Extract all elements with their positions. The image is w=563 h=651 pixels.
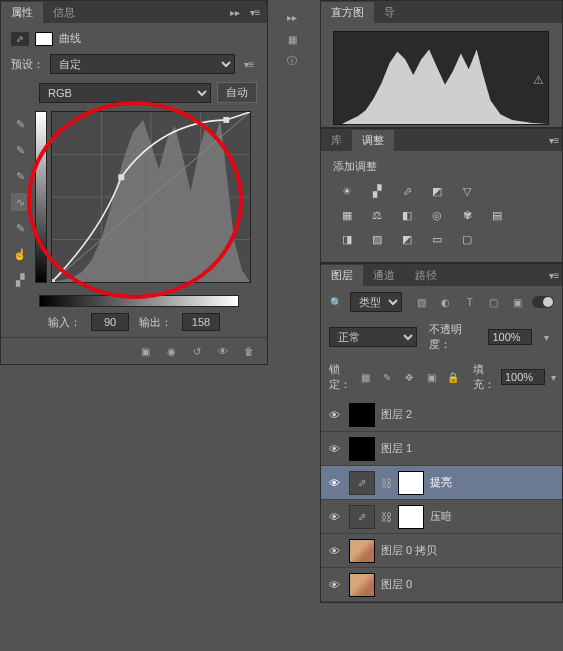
mask-thumbnail[interactable]	[398, 505, 424, 529]
tab-channels[interactable]: 通道	[363, 265, 405, 286]
view-previous-icon[interactable]: ◉	[163, 344, 179, 358]
curve-draw-tool-icon[interactable]: ✎	[11, 219, 29, 237]
layer-thumbnail[interactable]	[349, 403, 375, 427]
curve-point-active[interactable]	[118, 174, 124, 180]
threshold-icon[interactable]: ◩	[397, 230, 417, 248]
gradient-map-icon[interactable]: ▭	[427, 230, 447, 248]
layer-name[interactable]: 图层 1	[381, 441, 558, 456]
cache-warning-icon[interactable]: ⚠	[533, 73, 544, 87]
reset-icon[interactable]: ↺	[189, 344, 205, 358]
curves-icon[interactable]: ⬀	[397, 182, 417, 200]
visibility-toggle-icon[interactable]: 👁	[325, 477, 343, 489]
visibility-toggle-icon[interactable]: 👁	[325, 579, 343, 591]
layer-item[interactable]: 👁 图层 0	[321, 568, 562, 602]
filter-type-select[interactable]: 类型	[350, 292, 402, 312]
layer-thumbnail[interactable]	[349, 539, 375, 563]
preset-select[interactable]: 自定	[50, 54, 235, 74]
auto-button[interactable]: 自动	[217, 82, 257, 103]
lock-position-icon[interactable]: ✥	[401, 370, 417, 384]
eyedropper-black-icon[interactable]: ✎	[11, 115, 29, 133]
properties-footer: ▣ ◉ ↺ 👁 🗑	[1, 337, 267, 364]
layer-item[interactable]: 👁 ⬀ ⛓ 压暗	[321, 500, 562, 534]
tab-properties[interactable]: 属性	[1, 2, 43, 23]
menu-icon[interactable]: ▾≡	[546, 133, 562, 147]
color-balance-icon[interactable]: ⚖	[367, 206, 387, 224]
filter-search-icon[interactable]: 🔍	[329, 295, 344, 309]
vibrance-icon[interactable]: ▽	[457, 182, 477, 200]
hue-sat-icon[interactable]: ▦	[337, 206, 357, 224]
mask-thumbnail-icon[interactable]	[35, 32, 53, 46]
visibility-toggle-icon[interactable]: 👁	[325, 545, 343, 557]
histogram-toggle-icon[interactable]: ▞	[11, 271, 29, 289]
lock-artboard-icon[interactable]: ▣	[423, 370, 439, 384]
filter-pixel-icon[interactable]: ▧	[414, 295, 430, 309]
layer-thumbnail[interactable]	[349, 573, 375, 597]
tab-layers[interactable]: 图层	[321, 265, 363, 286]
blend-mode-select[interactable]: 正常	[329, 327, 417, 347]
adjustment-thumbnail[interactable]: ⬀	[349, 471, 375, 495]
layer-name[interactable]: 图层 0 拷贝	[381, 543, 558, 558]
layer-item[interactable]: 👁 图层 1	[321, 432, 562, 466]
tab-paths[interactable]: 路径	[405, 265, 447, 286]
link-icon[interactable]: ⛓	[381, 511, 392, 523]
tab-histogram[interactable]: 直方图	[321, 2, 374, 23]
collapse-strip-icon[interactable]: ▸▸	[284, 10, 300, 24]
lock-all-icon[interactable]: 🔒	[445, 370, 461, 384]
mask-thumbnail[interactable]	[398, 471, 424, 495]
menu-icon[interactable]: ▾≡	[247, 5, 263, 19]
target-adjust-icon[interactable]: ☝	[11, 245, 29, 263]
fill-input[interactable]	[501, 369, 545, 385]
output-value-field[interactable]	[182, 313, 220, 331]
opacity-label: 不透明度：	[429, 322, 483, 352]
visibility-icon[interactable]: 👁	[215, 344, 231, 358]
chevron-down-icon[interactable]: ▾	[538, 330, 554, 344]
filter-type-icon[interactable]: T	[462, 295, 478, 309]
visibility-toggle-icon[interactable]: 👁	[325, 409, 343, 421]
preset-menu-icon[interactable]: ▾≡	[241, 57, 257, 71]
filter-smart-icon[interactable]: ▣	[510, 295, 526, 309]
color-lookup-icon[interactable]: ▤	[487, 206, 507, 224]
layer-name[interactable]: 提亮	[430, 475, 558, 490]
eyedropper-gray-icon[interactable]: ✎	[11, 141, 29, 159]
layer-item[interactable]: 👁 图层 2	[321, 398, 562, 432]
clip-to-layer-icon[interactable]: ▣	[137, 344, 153, 358]
lock-pixels-icon[interactable]: ✎	[379, 370, 395, 384]
layer-name[interactable]: 图层 0	[381, 577, 558, 592]
brightness-contrast-icon[interactable]: ☀	[337, 182, 357, 200]
collapse-icon[interactable]: ▸▸	[227, 5, 243, 19]
tab-navigator[interactable]: 导	[374, 2, 405, 23]
curve-point-tool-icon[interactable]: ∿	[11, 193, 29, 211]
exposure-icon[interactable]: ◩	[427, 182, 447, 200]
eyedropper-white-icon[interactable]: ✎	[11, 167, 29, 185]
opacity-input[interactable]	[488, 329, 532, 345]
filter-shape-icon[interactable]: ▢	[486, 295, 502, 309]
input-value-field[interactable]	[91, 313, 129, 331]
levels-icon[interactable]: ▞	[367, 182, 387, 200]
info-icon[interactable]: ⓘ	[284, 54, 300, 68]
selective-color-icon[interactable]: ▢	[457, 230, 477, 248]
visibility-toggle-icon[interactable]: 👁	[325, 511, 343, 523]
photo-filter-icon[interactable]: ◎	[427, 206, 447, 224]
layer-name[interactable]: 压暗	[430, 509, 558, 524]
invert-icon[interactable]: ◨	[337, 230, 357, 248]
visibility-toggle-icon[interactable]: 👁	[325, 443, 343, 455]
3d-icon[interactable]: ▦	[284, 32, 300, 46]
adjustment-thumbnail[interactable]: ⬀	[349, 505, 375, 529]
filter-adjust-icon[interactable]: ◐	[438, 295, 454, 309]
layer-item-selected[interactable]: 👁 ⬀ ⛓ 提亮	[321, 466, 562, 500]
lock-transparency-icon[interactable]: ▦	[357, 370, 373, 384]
layer-item[interactable]: 👁 图层 0 拷贝	[321, 534, 562, 568]
layer-name[interactable]: 图层 2	[381, 407, 558, 422]
chevron-down-icon[interactable]: ▾	[551, 370, 556, 384]
delete-icon[interactable]: 🗑	[241, 344, 257, 358]
menu-icon[interactable]: ▾≡	[546, 268, 562, 282]
channel-select[interactable]: RGB	[39, 83, 211, 103]
posterize-icon[interactable]: ▨	[367, 230, 387, 248]
black-white-icon[interactable]: ◧	[397, 206, 417, 224]
tab-info[interactable]: 信息	[43, 2, 85, 23]
link-icon[interactable]: ⛓	[381, 477, 392, 489]
curves-graph[interactable]	[51, 111, 251, 283]
filter-toggle[interactable]	[532, 296, 554, 308]
channel-mixer-icon[interactable]: ✾	[457, 206, 477, 224]
layer-thumbnail[interactable]	[349, 437, 375, 461]
